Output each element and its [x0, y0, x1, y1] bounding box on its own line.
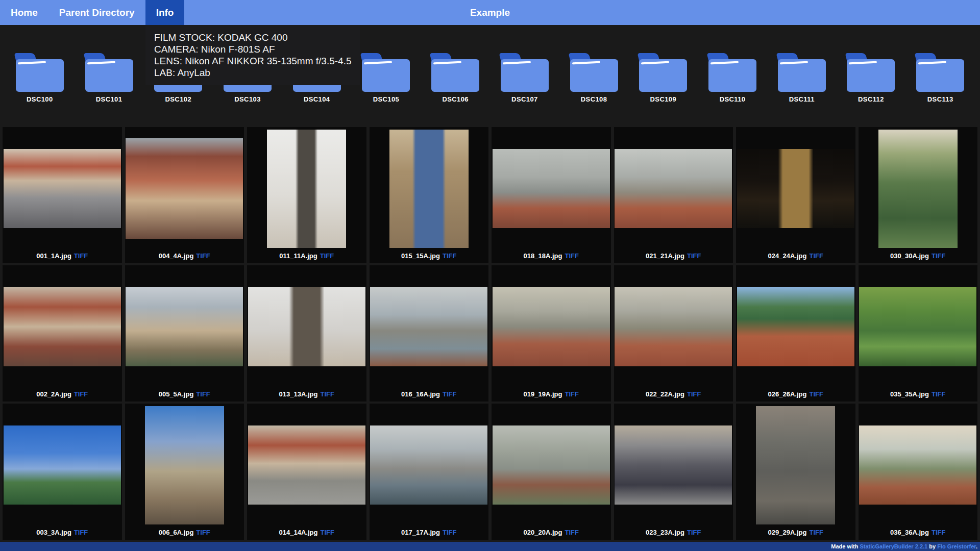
photo-thumbnail[interactable]	[737, 149, 854, 228]
gallery-cell: 015_15A.jpgTIFF	[370, 127, 489, 263]
photo-thumbnail[interactable]	[878, 130, 958, 248]
photo-thumbnail[interactable]	[248, 287, 365, 366]
tiff-link[interactable]: TIFF	[320, 252, 334, 260]
photo-filename[interactable]: 001_1A.jpg	[36, 252, 71, 260]
thumbnail-area	[3, 127, 122, 250]
tiff-link[interactable]: TIFF	[320, 390, 334, 398]
tiff-link[interactable]: TIFF	[687, 390, 701, 398]
nav-item-info[interactable]: Info	[145, 0, 185, 25]
photo-filename[interactable]: 020_20A.jpg	[524, 529, 562, 536]
folder-item-dsc105[interactable]: DSC105	[352, 53, 421, 103]
tiff-link[interactable]: TIFF	[443, 390, 456, 398]
photo-thumbnail[interactable]	[859, 287, 976, 366]
photo-filename[interactable]: 035_35A.jpg	[890, 390, 929, 398]
folder-item-dsc111[interactable]: DSC111	[767, 53, 837, 103]
photo-thumbnail[interactable]	[756, 406, 835, 524]
photo-thumbnail[interactable]	[4, 425, 121, 505]
tiff-link[interactable]: TIFF	[74, 529, 88, 536]
tiff-link[interactable]: TIFF	[196, 252, 210, 260]
photo-thumbnail[interactable]	[370, 425, 487, 505]
tiff-link[interactable]: TIFF	[565, 252, 578, 260]
photo-thumbnail[interactable]	[493, 287, 610, 366]
photo-thumbnail[interactable]	[4, 149, 121, 228]
photo-filename[interactable]: 004_4A.jpg	[159, 252, 194, 260]
photo-thumbnail[interactable]	[145, 406, 224, 524]
thumbnail-area	[247, 265, 366, 388]
photo-thumbnail[interactable]	[126, 287, 243, 366]
folder-item-dsc108[interactable]: DSC108	[559, 53, 629, 103]
photo-filename[interactable]: 013_13A.jpg	[279, 390, 318, 398]
photo-filename[interactable]: 006_6A.jpg	[159, 529, 194, 536]
photo-thumbnail[interactable]	[737, 287, 854, 366]
photo-filename[interactable]: 024_24A.jpg	[768, 252, 807, 260]
tiff-link[interactable]: TIFF	[809, 252, 823, 260]
tiff-link[interactable]: TIFF	[74, 390, 88, 398]
folder-item-dsc113[interactable]: DSC113	[905, 53, 975, 103]
nav-item-parent-directory[interactable]: Parent Directory	[48, 0, 145, 25]
folder-label: DSC100	[5, 95, 75, 103]
tiff-link[interactable]: TIFF	[320, 529, 334, 536]
photo-filename[interactable]: 019_19A.jpg	[524, 390, 562, 398]
gallery-cell: 029_29A.jpgTIFF	[736, 404, 855, 540]
folder-icon	[570, 59, 618, 92]
folder-item-dsc101[interactable]: DSC101	[75, 53, 144, 103]
photo-filename[interactable]: 011_11A.jpg	[279, 252, 317, 260]
photo-thumbnail[interactable]	[615, 149, 732, 228]
folder-item-dsc112[interactable]: DSC112	[837, 53, 906, 103]
tiff-link[interactable]: TIFF	[443, 529, 456, 536]
footer-builder-link[interactable]: StaticGalleryBuilder 2.2.1	[860, 543, 928, 549]
folder-item-dsc109[interactable]: DSC109	[628, 53, 698, 103]
tiff-link[interactable]: TIFF	[809, 529, 823, 536]
folder-item-dsc107[interactable]: DSC107	[490, 53, 559, 103]
folder-item-dsc106[interactable]: DSC106	[421, 53, 490, 103]
footer-author-link[interactable]: Flo Greistorfer	[937, 543, 976, 549]
folder-item-dsc110[interactable]: DSC110	[698, 53, 767, 103]
photo-thumbnail[interactable]	[493, 149, 610, 228]
photo-filename[interactable]: 036_36A.jpg	[890, 529, 929, 536]
nav-item-home[interactable]: Home	[0, 0, 48, 25]
photo-thumbnail[interactable]	[126, 138, 243, 239]
photo-filename[interactable]: 014_14A.jpg	[279, 529, 318, 536]
tiff-link[interactable]: TIFF	[687, 529, 701, 536]
photo-caption: 030_30A.jpgTIFF	[890, 250, 945, 263]
tiff-link[interactable]: TIFF	[443, 252, 456, 260]
photo-thumbnail[interactable]	[248, 425, 365, 505]
photo-filename[interactable]: 023_23A.jpg	[646, 529, 684, 536]
photo-filename[interactable]: 030_30A.jpg	[890, 252, 929, 260]
photo-filename[interactable]: 015_15A.jpg	[401, 252, 440, 260]
tiff-link[interactable]: TIFF	[687, 252, 701, 260]
photo-filename[interactable]: 017_17A.jpg	[401, 529, 440, 536]
tiff-link[interactable]: TIFF	[932, 390, 945, 398]
tiff-link[interactable]: TIFF	[196, 529, 210, 536]
tiff-link[interactable]: TIFF	[809, 390, 823, 398]
photo-filename[interactable]: 021_21A.jpg	[646, 252, 684, 260]
photo-filename[interactable]: 016_16A.jpg	[401, 390, 440, 398]
folder-item-dsc100[interactable]: DSC100	[5, 53, 75, 103]
photo-filename[interactable]: 018_18A.jpg	[524, 252, 562, 260]
tiff-link[interactable]: TIFF	[74, 252, 88, 260]
tiff-link[interactable]: TIFF	[932, 529, 945, 536]
footer-made-with-text: Made with	[831, 543, 858, 549]
photo-caption: 002_2A.jpgTIFF	[36, 388, 88, 402]
photo-thumbnail[interactable]	[389, 130, 469, 248]
tiff-link[interactable]: TIFF	[932, 252, 945, 260]
photo-thumbnail[interactable]	[615, 425, 732, 505]
photo-thumbnail[interactable]	[4, 287, 121, 366]
photo-filename[interactable]: 026_26A.jpg	[768, 390, 807, 398]
photo-thumbnail[interactable]	[859, 425, 976, 505]
gallery-cell: 011_11A.jpgTIFF	[247, 127, 366, 263]
photo-thumbnail[interactable]	[615, 287, 732, 366]
tiff-link[interactable]: TIFF	[565, 390, 578, 398]
photo-filename[interactable]: 003_3A.jpg	[36, 529, 71, 536]
photo-filename[interactable]: 005_5A.jpg	[159, 390, 194, 398]
tiff-link[interactable]: TIFF	[565, 529, 578, 536]
photo-thumbnail[interactable]	[267, 130, 346, 248]
photo-thumbnail[interactable]	[493, 425, 610, 505]
tiff-link[interactable]: TIFF	[196, 390, 210, 398]
thumbnail-area	[614, 404, 733, 527]
photo-thumbnail[interactable]	[370, 287, 487, 366]
thumbnail-area	[859, 404, 978, 527]
photo-filename[interactable]: 002_2A.jpg	[36, 390, 71, 398]
photo-filename[interactable]: 029_29A.jpg	[768, 529, 807, 536]
photo-filename[interactable]: 022_22A.jpg	[646, 390, 684, 398]
